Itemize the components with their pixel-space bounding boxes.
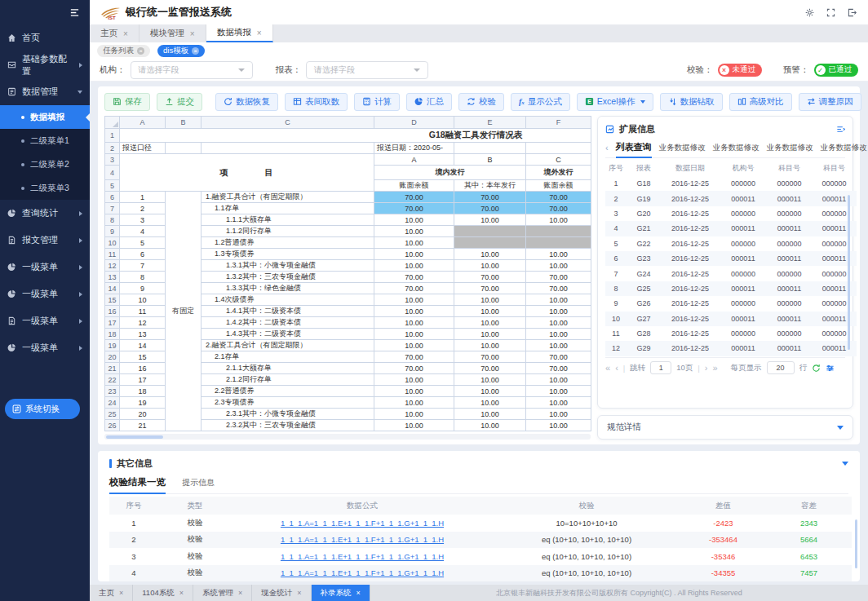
close-icon[interactable]: × xyxy=(179,589,184,597)
sheet-col-header-D[interactable]: D xyxy=(374,117,454,129)
toolbar-button-数据恢复[interactable]: 数据恢复 xyxy=(215,93,278,111)
table-row[interactable]: 2校验1_1_1.A=1_1_1.E+1_1_1.F+1_1_1.G+1_1_1… xyxy=(109,532,852,549)
table-row[interactable]: 1校验1_1_1.A=1_1_1.E+1_1_1.F+1_1_1.G+1_1_1… xyxy=(109,515,852,532)
sheet-report-title[interactable]: G18融资工具发行情况表 xyxy=(120,129,591,143)
table-row[interactable]: 10G272016-12-25000011000011000011 xyxy=(605,312,857,326)
sheet-value-cell[interactable]: 10.00 xyxy=(526,306,591,317)
sheet-item-cell[interactable]: 1.4次级债券 xyxy=(202,294,374,306)
refresh-icon[interactable] xyxy=(812,364,821,373)
close-icon[interactable]: × xyxy=(190,29,195,38)
sheet-value-cell[interactable] xyxy=(526,237,591,249)
sheet-item-cell[interactable]: 2.3.1其中：小微专项金融债 xyxy=(202,409,374,420)
sheet-seq-cell[interactable]: 17 xyxy=(120,374,166,386)
chevron-down-icon[interactable] xyxy=(837,426,844,430)
table-row[interactable]: 9G262016-12-25000000000000000000 xyxy=(605,296,857,311)
toolbar-button-汇总[interactable]: 汇总 xyxy=(406,93,452,111)
sidebar-item-1[interactable]: 基础参数配置 xyxy=(0,51,90,78)
sheet-item-cell[interactable]: 1.1.2同行存单 xyxy=(202,226,374,237)
sheet-item-cell[interactable]: 2.1.1大额存单 xyxy=(202,363,374,374)
sheet-seq-cell[interactable]: 16 xyxy=(120,363,166,374)
sidebar-item-5[interactable]: 一级菜单 xyxy=(0,254,90,281)
validation-col-header[interactable]: 容差 xyxy=(766,497,852,515)
other-info-tab-1[interactable]: 提示信息 xyxy=(182,472,215,494)
close-icon[interactable]: × xyxy=(356,589,361,597)
window-tab-0[interactable]: 主页× xyxy=(90,24,140,42)
sheet-col-header-B[interactable]: B xyxy=(166,117,202,129)
extend-col-header[interactable]: 科目号 xyxy=(812,160,857,176)
sheet-value-cell[interactable]: 10.00 xyxy=(526,420,591,431)
close-icon[interactable]: × xyxy=(238,589,242,597)
table-row[interactable]: 7G242016-12-25000000000000000000 xyxy=(605,266,857,281)
org-select[interactable]: 请选择字段 xyxy=(131,61,253,79)
sheet-item-cell[interactable]: 1.3专项债券 xyxy=(202,249,374,260)
subtab-0[interactable]: 任务列表× xyxy=(97,45,150,57)
close-circle-icon[interactable]: × xyxy=(137,47,144,55)
validation-col-header[interactable]: 差值 xyxy=(680,497,766,515)
sheet-value-cell[interactable]: 10.00 xyxy=(374,237,454,249)
sheet-seq-cell[interactable]: 1 xyxy=(120,192,166,203)
toolbar-button-表间取数[interactable]: 表间取数 xyxy=(285,93,348,111)
sheet-value-cell[interactable]: 70.00 xyxy=(374,203,454,214)
sheet-subcol-letter[interactable]: C xyxy=(526,154,591,166)
sheet-value-cell[interactable]: 10.00 xyxy=(374,317,454,329)
table-row[interactable]: 1G182016-12-25000000000000000000 xyxy=(605,176,857,191)
sheet-item-cell[interactable]: 2.1.2同行存单 xyxy=(202,374,374,386)
other-info-tab-0[interactable]: 校验结果一览 xyxy=(109,472,166,494)
table-row[interactable]: 3G202016-12-25000000000000000000 xyxy=(605,206,857,221)
table-row[interactable]: 11G282016-12-25000000000000000000 xyxy=(605,326,857,341)
sheet-seq-cell[interactable]: 11 xyxy=(120,306,166,317)
sheet-value-cell[interactable]: 70.00 xyxy=(374,272,454,283)
sheet-value-cell[interactable]: 10.00 xyxy=(526,214,591,226)
sheet-value-cell[interactable]: 10.00 xyxy=(526,340,591,351)
sheet-item-cell[interactable]: 2.3.2其中：三农专项金融债 xyxy=(202,420,374,431)
close-icon[interactable]: × xyxy=(123,29,128,38)
taskbar-tab-0[interactable]: 主页× xyxy=(90,585,133,601)
sheet-seq-cell[interactable]: 7 xyxy=(120,260,166,272)
sheet-value-cell[interactable]: 70.00 xyxy=(454,351,526,363)
sheet-value-cell[interactable]: 70.00 xyxy=(454,203,526,214)
sheet-value-cell[interactable]: 10.00 xyxy=(454,397,526,409)
sheet-seq-cell[interactable]: 15 xyxy=(120,351,166,363)
sheet-item-cell[interactable]: 1.1存单 xyxy=(202,203,374,214)
sheet-value-cell[interactable]: 70.00 xyxy=(454,272,526,283)
toolbar-button-校验[interactable]: 校验 xyxy=(458,93,504,111)
sidebar-item-3[interactable]: 查询统计 xyxy=(0,200,90,227)
sheet-value-cell[interactable]: 10.00 xyxy=(454,214,526,226)
sidebar-subitem-3[interactable]: 二级菜单3 xyxy=(0,176,90,200)
sheet-item-cell[interactable]: 1.3.3其中：绿色金融债 xyxy=(202,283,374,294)
sheet-item-cell[interactable]: 1.4.1其中：二级资本债 xyxy=(202,306,374,317)
subtab-1[interactable]: dis模板× xyxy=(157,45,205,57)
sheet-measure-header[interactable]: 账面余额 xyxy=(374,180,454,192)
sheet-item-cell[interactable]: 1.1.1大额存单 xyxy=(202,214,374,226)
close-icon[interactable]: × xyxy=(119,589,123,597)
validation-col-header[interactable]: 类型 xyxy=(158,497,232,515)
taskbar-tab-3[interactable]: 现金统计× xyxy=(252,585,311,601)
sheet-col-header-C[interactable]: C xyxy=(202,117,374,129)
next-page-button[interactable]: › xyxy=(705,363,708,373)
sheet-seq-cell[interactable]: 20 xyxy=(120,409,166,420)
sheet-value-cell[interactable]: 10.00 xyxy=(526,386,591,397)
extend-tab-4[interactable]: 业务数据修改 xyxy=(821,138,867,158)
sheet-seq-cell[interactable]: 10 xyxy=(120,294,166,306)
sheet-value-cell[interactable]: 70.00 xyxy=(526,192,591,203)
sheet-merged-b-cell[interactable]: 有固定 xyxy=(166,192,202,431)
extend-col-header[interactable]: 机构号 xyxy=(720,160,767,176)
extend-tab-3[interactable]: 业务数据修改 xyxy=(767,138,813,158)
spec-detail-panel[interactable]: 规范详情 xyxy=(597,415,853,440)
sheet-value-cell[interactable]: 10.00 xyxy=(454,306,526,317)
sheet-seq-cell[interactable]: 19 xyxy=(120,397,166,409)
sheet-value-cell[interactable]: 10.00 xyxy=(526,294,591,306)
sidebar-subitem-2[interactable]: 二级菜单2 xyxy=(0,152,90,176)
sidebar-subitem-1[interactable]: 二级菜单1 xyxy=(0,129,90,152)
validation-col-header[interactable]: 数据公式 xyxy=(232,497,493,515)
toolbar-button-Excel操作[interactable]: EExcel操作 xyxy=(577,93,653,111)
sidebar-item-2[interactable]: 数据管理 xyxy=(0,78,90,105)
toolbar-button-显示公式[interactable]: fx显示公式 xyxy=(511,93,570,111)
toolbar-button-计算[interactable]: 计算 xyxy=(354,93,400,111)
sheet-measure-header[interactable]: 账面余额 xyxy=(526,180,591,192)
last-page-button[interactable]: » xyxy=(712,363,717,373)
sheet-seq-cell[interactable]: 21 xyxy=(120,420,166,431)
sheet-value-cell[interactable]: 10.00 xyxy=(374,329,454,340)
table-row[interactable]: 12G292016-12-25000011000011000011 xyxy=(605,341,857,356)
sheet-value-cell[interactable]: 70.00 xyxy=(454,283,526,294)
